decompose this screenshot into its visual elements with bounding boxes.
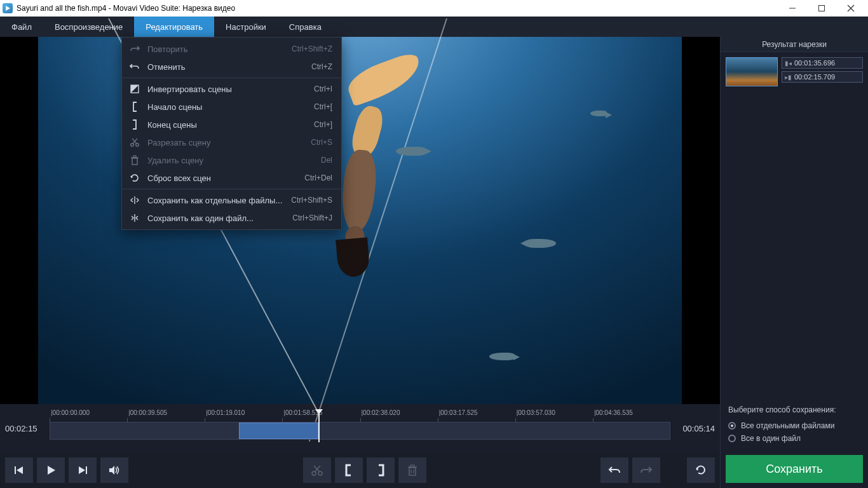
save-button[interactable]: Сохранить bbox=[726, 455, 863, 483]
menu-item-invert[interactable]: Инвертировать сценыCtrl+I bbox=[122, 80, 341, 98]
menu-item-split-multi[interactable]: Сохранить как отдельные файлы...Ctrl+Shi… bbox=[122, 191, 341, 209]
svg-rect-27 bbox=[409, 468, 416, 475]
timeline-tick: |00:00:39.505 bbox=[127, 410, 205, 421]
svg-marker-20 bbox=[79, 466, 85, 474]
timeline-clip[interactable] bbox=[239, 423, 318, 439]
svg-marker-19 bbox=[48, 466, 55, 475]
timeline-tick: |00:04:36.535 bbox=[593, 410, 670, 421]
svg-marker-6 bbox=[131, 85, 139, 93]
scissors-icon bbox=[128, 137, 141, 147]
bracket-close-icon bbox=[128, 119, 141, 130]
timeline-track[interactable]: |00:00:00.000|00:00:39.505|00:01:19.010|… bbox=[50, 410, 670, 446]
reset-button[interactable] bbox=[687, 458, 715, 483]
end-marker-icon: ▸▮ bbox=[785, 74, 792, 81]
svg-rect-21 bbox=[86, 466, 87, 474]
svg-point-24 bbox=[318, 471, 322, 475]
invert-icon bbox=[128, 85, 141, 93]
timeline: 00:02:15 |00:00:00.000|00:00:39.505|00:0… bbox=[0, 404, 720, 452]
menu-item-bracket-close[interactable]: Конец сценыCtrl+] bbox=[122, 116, 341, 133]
next-frame-button[interactable] bbox=[69, 458, 97, 483]
timeline-tick: |00:01:19.010 bbox=[205, 410, 282, 421]
svg-rect-31 bbox=[410, 465, 414, 467]
start-marker-icon: ▮◂ bbox=[785, 60, 792, 67]
play-button[interactable] bbox=[37, 458, 65, 483]
menu-редактировать[interactable]: Редактировать bbox=[134, 17, 214, 37]
svg-point-23 bbox=[312, 471, 316, 475]
svg-marker-18 bbox=[17, 466, 23, 474]
playhead[interactable] bbox=[318, 410, 320, 442]
radio-icon bbox=[728, 435, 736, 442]
timeline-tick: |00:03:17.525 bbox=[438, 410, 515, 421]
clip-end-time[interactable]: ▸▮00:02:15.709 bbox=[782, 71, 863, 83]
undo-button[interactable] bbox=[600, 458, 628, 483]
menu-item-scissors: Разрезать сценуCtrl+S bbox=[122, 133, 341, 151]
svg-rect-11 bbox=[132, 158, 137, 165]
svg-rect-17 bbox=[15, 466, 16, 474]
svg-line-9 bbox=[133, 139, 137, 144]
menubar: ФайлВоспроизведениеРедактироватьНастройк… bbox=[0, 17, 868, 37]
window-titlebar: Sayuri and all the fish.mp4 - Movavi Vid… bbox=[0, 0, 868, 17]
current-time-label: 00:02:15 bbox=[5, 424, 50, 433]
window-maximize-button[interactable] bbox=[807, 0, 836, 17]
result-panel-title: Результат нарезки bbox=[721, 37, 868, 52]
clip-start-time[interactable]: ▮◂00:01:35.696 bbox=[782, 57, 863, 69]
redo-icon bbox=[128, 44, 141, 53]
timeline-tick: |00:03:57.030 bbox=[515, 410, 593, 421]
menu-настройки[interactable]: Настройки bbox=[214, 17, 278, 37]
menu-справка[interactable]: Справка bbox=[278, 17, 333, 37]
prev-frame-button[interactable] bbox=[5, 458, 33, 483]
save-option-0[interactable]: Все отдельными файлами bbox=[728, 419, 860, 432]
menu-item-reset[interactable]: Сброс всех сценCtrl+Del bbox=[122, 169, 341, 187]
result-clip-item[interactable]: ▮◂00:01:35.696 ▸▮00:02:15.709 bbox=[721, 52, 868, 92]
menu-item-trash: Удалить сценуDel bbox=[122, 151, 341, 169]
timeline-tick: |00:02:38.020 bbox=[360, 410, 438, 421]
split-multi-icon bbox=[128, 196, 141, 205]
app-icon bbox=[3, 3, 13, 13]
scene-end-button[interactable] bbox=[367, 458, 395, 483]
menu-воспроизведение[interactable]: Воспроизведение bbox=[43, 17, 134, 37]
cut-button[interactable] bbox=[303, 458, 331, 483]
video-preview[interactable] bbox=[0, 37, 720, 404]
svg-rect-13 bbox=[133, 156, 136, 158]
svg-point-8 bbox=[136, 144, 139, 147]
menu-item-undo[interactable]: ОтменитьCtrl+Z bbox=[122, 58, 341, 76]
volume-button[interactable] bbox=[100, 458, 128, 483]
undo-icon bbox=[128, 62, 141, 71]
menu-файл[interactable]: Файл bbox=[0, 17, 43, 37]
timeline-tick: |00:00:00.000 bbox=[50, 410, 127, 421]
radio-icon bbox=[728, 422, 736, 430]
reset-icon bbox=[128, 173, 141, 183]
window-minimize-button[interactable] bbox=[778, 0, 807, 17]
menu-item-split-one[interactable]: Сохранить как один файл...Ctrl+Shift+J bbox=[122, 209, 341, 227]
window-close-button[interactable] bbox=[836, 0, 865, 17]
svg-marker-22 bbox=[109, 466, 114, 475]
bracket-open-icon bbox=[128, 102, 141, 112]
split-one-icon bbox=[128, 214, 141, 222]
window-title: Sayuri and all the fish.mp4 - Movavi Vid… bbox=[17, 4, 778, 13]
svg-line-10 bbox=[132, 139, 137, 144]
svg-marker-0 bbox=[6, 6, 10, 11]
save-option-1[interactable]: Все в один файл bbox=[728, 432, 860, 445]
redo-button[interactable] bbox=[632, 458, 660, 483]
save-options-panel: Выберите способ сохранения: Все отдельны… bbox=[721, 399, 868, 451]
playback-toolbar bbox=[0, 452, 720, 488]
svg-rect-2 bbox=[819, 6, 825, 11]
menu-item-bracket-open[interactable]: Начало сценыCtrl+[ bbox=[122, 98, 341, 116]
trash-icon bbox=[128, 155, 141, 165]
edit-menu-dropdown: ПовторитьCtrl+Shift+ZОтменитьCtrl+ZИнвер… bbox=[121, 37, 342, 230]
menu-item-redo: ПовторитьCtrl+Shift+Z bbox=[122, 40, 341, 58]
result-thumbnail bbox=[726, 57, 778, 86]
scene-start-button[interactable] bbox=[335, 458, 363, 483]
save-options-heading: Выберите способ сохранения: bbox=[728, 405, 860, 414]
delete-scene-button[interactable] bbox=[398, 458, 426, 483]
duration-label: 00:05:14 bbox=[670, 424, 715, 433]
svg-point-7 bbox=[131, 144, 134, 147]
